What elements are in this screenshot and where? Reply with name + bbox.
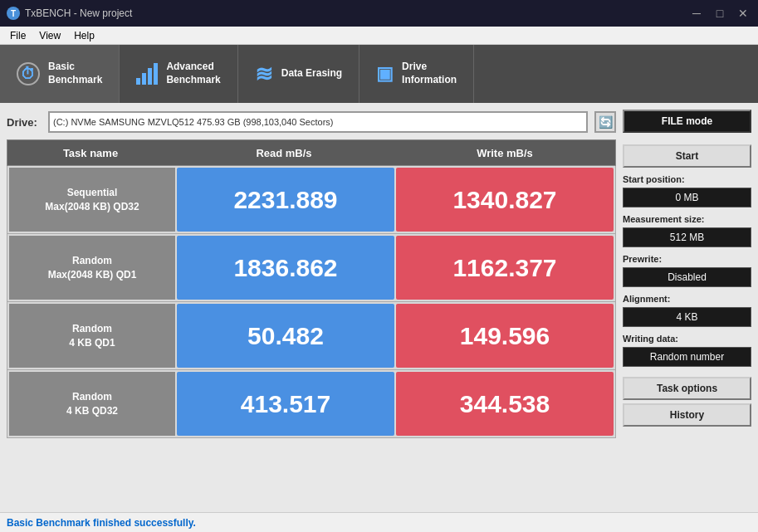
- start-position-value: 0 MB: [623, 188, 751, 207]
- task-options-button[interactable]: Task options: [623, 377, 751, 400]
- toolbar-advanced-benchmark[interactable]: AdvancedBenchmark: [120, 45, 237, 103]
- drive-information-label: DriveInformation: [402, 61, 457, 86]
- title-bar: T TxBENCH - New project ─ □ ✕: [0, 0, 758, 27]
- menu-bar: File View Help: [0, 27, 758, 45]
- row-read-2: 1836.862: [177, 236, 394, 300]
- alignment-label: Alignment:: [623, 294, 751, 304]
- menu-file[interactable]: File: [3, 28, 32, 43]
- drive-row: Drive: (C:) NVMe SAMSUNG MZVLQ512 475.93…: [7, 110, 616, 134]
- toolbar-basic-benchmark[interactable]: ⏱ BasicBenchmark: [0, 45, 120, 103]
- menu-help[interactable]: Help: [67, 28, 101, 43]
- row-read-4: 413.517: [177, 372, 394, 436]
- close-button[interactable]: ✕: [735, 7, 751, 20]
- window-title: TxBENCH - New project: [25, 7, 688, 19]
- row-read-1: 2231.889: [177, 168, 394, 232]
- data-erasing-label: Data Erasing: [281, 67, 342, 81]
- table-header: Task name Read mB/s Write mB/s: [7, 139, 616, 166]
- table-row: Random4 KB QD32 413.517 344.538: [7, 370, 616, 438]
- row-write-3: 149.596: [396, 304, 614, 368]
- drive-refresh-button[interactable]: 🔄: [594, 111, 616, 133]
- table-row: RandomMax(2048 KB) QD1 1836.862 1162.377: [7, 234, 616, 302]
- status-bar: Basic Benchmark finished successfully.: [0, 512, 758, 532]
- table-row: Random4 KB QD1 50.482 149.596: [7, 302, 616, 370]
- header-write: Write mB/s: [394, 147, 615, 159]
- basic-benchmark-label: BasicBenchmark: [48, 61, 102, 86]
- prewrite-value: Disabled: [623, 267, 751, 287]
- row-label-1: SequentialMax(2048 KB) QD32: [9, 168, 175, 232]
- start-button[interactable]: Start: [623, 144, 751, 168]
- advanced-benchmark-icon: [136, 63, 158, 85]
- row-label-2: RandomMax(2048 KB) QD1: [9, 236, 175, 300]
- row-label-4: Random4 KB QD32: [9, 372, 175, 436]
- table-row: SequentialMax(2048 KB) QD32 2231.889 134…: [7, 166, 616, 234]
- header-task-name: Task name: [7, 147, 174, 159]
- drive-select[interactable]: (C:) NVMe SAMSUNG MZVLQ512 475.93 GB (99…: [48, 111, 588, 133]
- toolbar-drive-information[interactable]: ▣ DriveInformation: [359, 45, 474, 103]
- app-icon: T: [7, 7, 20, 20]
- alignment-value: 4 KB: [623, 307, 751, 327]
- row-label-3: Random4 KB QD1: [9, 304, 175, 368]
- header-read: Read mB/s: [174, 147, 394, 159]
- window-controls: ─ □ ✕: [688, 7, 751, 20]
- toolbar-data-erasing[interactable]: ≋ Data Erasing: [238, 45, 359, 103]
- advanced-benchmark-label: AdvancedBenchmark: [166, 61, 220, 86]
- left-panel: Drive: (C:) NVMe SAMSUNG MZVLQ512 475.93…: [7, 110, 616, 505]
- file-mode-button[interactable]: FILE mode: [623, 110, 751, 133]
- history-button[interactable]: History: [623, 403, 751, 427]
- drive-information-icon: ▣: [376, 63, 394, 85]
- benchmark-table: Task name Read mB/s Write mB/s Sequentia…: [7, 139, 616, 505]
- row-write-4: 344.538: [396, 372, 614, 436]
- maximize-button[interactable]: □: [712, 7, 728, 20]
- basic-benchmark-icon: ⏱: [17, 62, 40, 85]
- start-position-label: Start position:: [623, 174, 751, 184]
- row-read-3: 50.482: [177, 304, 394, 368]
- writing-data-value: Random number: [623, 347, 751, 367]
- right-panel: FILE mode Start Start position: 0 MB Mea…: [623, 110, 751, 505]
- row-write-2: 1162.377: [396, 236, 614, 300]
- menu-view[interactable]: View: [32, 28, 67, 43]
- measurement-size-label: Measurement size:: [623, 214, 751, 224]
- status-text: Basic Benchmark finished successfully.: [7, 517, 196, 529]
- writing-data-label: Writing data:: [623, 334, 751, 344]
- main-area: Drive: (C:) NVMe SAMSUNG MZVLQ512 475.93…: [0, 103, 758, 512]
- measurement-size-value: 512 MB: [623, 227, 751, 247]
- toolbar: ⏱ BasicBenchmark AdvancedBenchmark ≋ Dat…: [0, 45, 758, 103]
- row-write-1: 1340.827: [396, 168, 614, 232]
- prewrite-label: Prewrite:: [623, 254, 751, 264]
- drive-label: Drive:: [7, 116, 42, 129]
- minimize-button[interactable]: ─: [688, 7, 705, 20]
- data-erasing-icon: ≋: [255, 61, 273, 87]
